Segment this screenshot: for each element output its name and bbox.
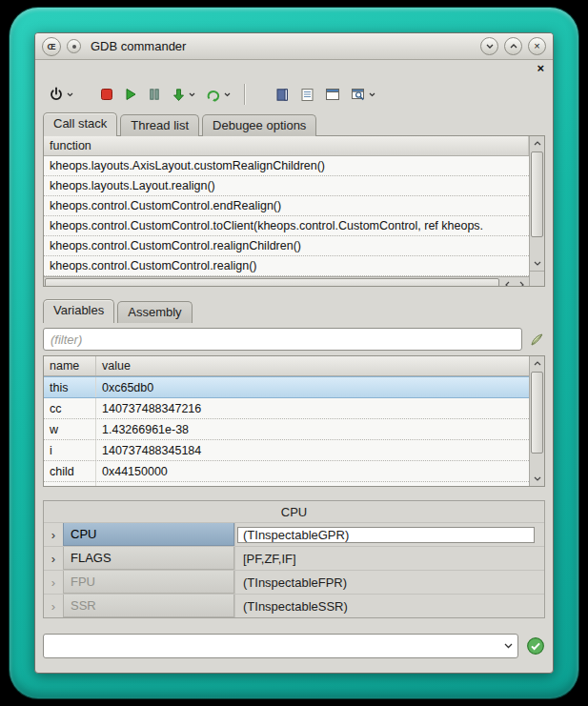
call-stack-header: function [44,136,529,156]
output-list-button[interactable] [298,82,316,107]
name-column-header[interactable]: name [44,356,96,375]
pause-icon [148,88,161,101]
variable-row[interactable]: this 0xc65db0 [44,376,529,398]
cpu-value-field[interactable]: (TInspectableGPR) [237,527,535,543]
filter-input[interactable] [43,328,522,351]
clear-filter-icon[interactable] [529,332,545,348]
call-stack-hscrollbar[interactable] [44,276,529,286]
command-input[interactable] [44,635,498,657]
scroll-left-icon[interactable] [500,277,515,286]
cpu-register-row[interactable]: › SSR (TInspectableSSR) [44,594,544,617]
tab-variables[interactable]: Variables [43,299,114,323]
tab-call-stack[interactable]: Call stack [43,112,117,136]
cpu-panel-title: CPU [44,501,544,522]
window-menu-icon[interactable] [67,39,81,53]
variable-value: 1.43266961e-38 [96,482,529,486]
scrollbar-corner [530,271,544,286]
stop-button[interactable] [98,82,115,107]
dropdown-arrow-icon[interactable] [369,92,375,97]
dock-close-icon[interactable]: × [537,62,544,74]
step-into-button[interactable] [170,82,197,107]
tab-assembly[interactable]: Assembly [117,301,192,323]
app-icon: Œ [42,37,61,56]
vscroll-track[interactable] [530,454,544,472]
expand-arrow-icon[interactable]: › [44,547,63,570]
inspect-button[interactable] [349,82,377,107]
register-group-name[interactable]: CPU [63,523,234,546]
tab-thread-list[interactable]: Thread list [120,114,199,136]
memory-window-button[interactable] [323,82,342,107]
call-stack-vscrollbar[interactable] [529,136,544,286]
scroll-up-icon[interactable] [530,136,544,151]
titlebar[interactable]: Œ GDB commander × [35,33,553,60]
expand-arrow-icon[interactable]: › [44,595,63,617]
dropdown-arrow-icon[interactable] [189,92,195,97]
close-button[interactable]: × [528,37,546,55]
register-group-value: (TInspectableSSR) [234,595,544,617]
registers-button[interactable] [274,82,292,107]
expand-arrow-icon[interactable]: › [44,523,63,546]
variable-row[interactable]: cc 140737488347216 [44,398,529,419]
variable-row[interactable]: w 1.43266961e-38 [44,419,529,440]
command-combobox[interactable] [43,634,518,658]
command-row [43,634,545,658]
register-group-name[interactable]: SSR [63,595,234,617]
shade-button[interactable] [480,37,498,55]
mid-tabs: Variables Assembly [35,300,553,322]
power-icon [49,87,64,102]
debug-toolbar [35,75,553,113]
maximize-button[interactable] [504,37,522,55]
call-stack-row[interactable]: kheops.control.CustomControl.toClient(kh… [44,216,529,236]
tab-debugee-options[interactable]: Debugee options [202,114,316,136]
call-stack-row[interactable]: kheops.control.CustomControl.realignChil… [44,236,529,256]
variables-header: name value [44,356,529,376]
function-column-header[interactable]: function [44,136,529,155]
book-icon [275,88,290,102]
hscroll-thumb[interactable] [45,278,499,286]
variable-row[interactable]: child 0x44150000 [44,461,529,482]
variable-row[interactable]: b 1.43266961e-38 [44,482,529,486]
dock-header: × [35,60,553,75]
register-group-name[interactable]: FPU [63,571,234,594]
vscroll-thumb[interactable] [531,372,543,454]
power-button[interactable] [47,82,75,107]
register-group-value: (TInspectableFPR) [234,571,544,594]
combo-dropdown-icon[interactable] [498,635,517,657]
variables-vscrollbar[interactable] [529,356,544,486]
scroll-up-icon[interactable] [530,356,544,371]
chevron-down-icon [486,44,494,49]
cpu-register-row[interactable]: › CPU (TInspectableGPR) [44,522,544,546]
curved-arrow-icon [206,88,221,102]
list-document-icon [300,88,314,102]
menu-dot-icon [72,45,76,49]
filter-row [43,328,545,351]
call-stack-row[interactable]: kheops.layouts.AxisLayout.customRealignC… [44,156,529,176]
dropdown-arrow-icon[interactable] [224,92,231,97]
pause-button[interactable] [146,82,163,107]
vscroll-track[interactable] [530,238,544,256]
variable-row[interactable]: i 140737488345184 [44,440,529,461]
run-button[interactable] [122,82,139,107]
scroll-down-icon[interactable] [530,256,544,271]
gdb-commander-window: Œ GDB commander × [34,32,554,674]
send-command-button[interactable] [526,636,545,656]
window-icon [325,88,340,101]
scroll-right-icon[interactable] [515,277,529,286]
call-stack-row[interactable]: kheops.control.CustomControl.endRealign(… [44,196,529,216]
variable-name: b [44,482,96,486]
value-column-header[interactable]: value [96,356,529,375]
variable-name: child [44,461,96,481]
vscroll-thumb[interactable] [531,151,543,237]
step-down-arrow-icon [172,88,186,102]
register-group-name[interactable]: FLAGS [63,547,234,570]
dropdown-arrow-icon[interactable] [67,92,73,97]
cpu-register-row[interactable]: › FLAGS [PF,ZF,IF] [44,546,544,570]
cpu-inspector: CPU › CPU (TInspectableGPR) › FLAGS [PF,… [43,500,545,618]
call-stack-row[interactable]: kheops.layouts.Layout.realign() [44,176,529,196]
call-stack-list: function kheops.layouts.AxisLayout.custo… [44,136,529,286]
expand-arrow-icon[interactable]: › [44,571,63,594]
scroll-down-icon[interactable] [530,472,544,486]
call-stack-row[interactable]: kheops.control.CustomControl.realign() [44,256,529,276]
continue-button[interactable] [204,82,233,107]
cpu-register-row[interactable]: › FPU (TInspectableFPR) [44,570,544,594]
